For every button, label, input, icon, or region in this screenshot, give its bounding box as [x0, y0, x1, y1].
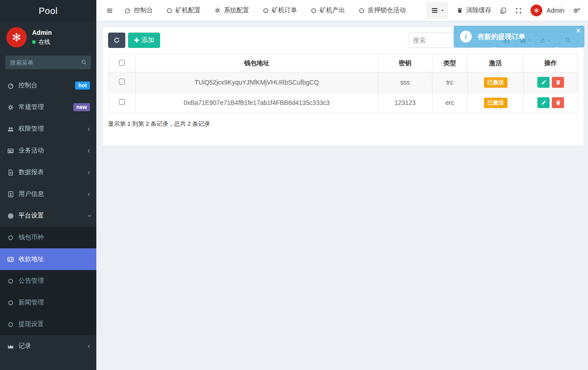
- table-header-row: 钱包地址 密钥 类型 激活 操作: [109, 54, 578, 72]
- refresh-button[interactable]: [108, 33, 125, 48]
- submenu-item-label: 提现设置: [19, 320, 44, 328]
- row-select-checkbox[interactable]: [119, 79, 125, 85]
- sidebar-item-records[interactable]: 记录 ‹: [0, 335, 96, 357]
- sidebar-search: [5, 56, 91, 69]
- nav-tab-label: 矿机产出: [320, 6, 345, 14]
- sidebar-item-label: 业务活动: [19, 147, 44, 155]
- circle-icon: [6, 235, 14, 241]
- toast-message: 有新的提现订单: [478, 33, 525, 41]
- newspaper-icon: [6, 147, 14, 154]
- sidebar-item-permissions[interactable]: 权限管理 ‹: [0, 118, 96, 140]
- col-header-active: 激活: [468, 54, 524, 72]
- pagination-summary: 显示第 1 到第 2 条记录，总共 2 条记录: [108, 120, 578, 128]
- pencil-icon: [541, 80, 546, 85]
- refresh-icon: [114, 37, 120, 43]
- user-menu[interactable]: ✻ Admin: [531, 5, 564, 16]
- add-button[interactable]: ✚ 添加: [128, 33, 160, 48]
- col-header-type: 类型: [432, 54, 468, 72]
- row-select-checkbox[interactable]: [119, 99, 125, 105]
- circle-icon: [263, 8, 269, 14]
- users-icon: [6, 126, 14, 133]
- wallet-table: 钱包地址 密钥 类型 激活 操作 TUiQ52jcx9KyquYJNfKMjVH…: [108, 54, 578, 128]
- circle-icon: [311, 8, 317, 14]
- clear-cache-button[interactable]: 清除缓存: [457, 6, 491, 14]
- nav-tab-miner-config[interactable]: 矿机配置: [160, 0, 208, 21]
- submenu-item-withdraw-settings[interactable]: 提现设置: [0, 313, 96, 335]
- online-label: 在线: [38, 38, 50, 46]
- sidebar: Pool ✻ Admin 在线 控制台 hot 常规管理 new: [0, 0, 96, 370]
- trash-icon: [555, 80, 561, 85]
- hot-badge: hot: [75, 81, 90, 90]
- fullscreen-icon[interactable]: [515, 7, 522, 14]
- content-area: ✚ 添加: [96, 21, 588, 370]
- nav-menu-dropdown[interactable]: [427, 2, 448, 19]
- user-panel: ✻ Admin 在线: [0, 22, 96, 52]
- chevron-left-icon: ‹: [88, 169, 90, 176]
- nav-tab-label: 矿机订单: [272, 6, 297, 14]
- submenu-item-announcements[interactable]: 公告管理: [0, 270, 96, 292]
- chevron-down-icon: ‹: [85, 214, 92, 217]
- nav-tab-label: 质押锁仓活动: [368, 6, 406, 14]
- delete-button[interactable]: [552, 77, 564, 88]
- sidebar-search-input[interactable]: [5, 56, 91, 69]
- clear-cache-label: 清除缓存: [466, 6, 491, 14]
- col-header-actions: 操作: [524, 54, 578, 72]
- circle-icon: [6, 322, 14, 327]
- sidebar-menu: 控制台 hot 常规管理 new 权限管理 ‹ 业务活动 ‹ 数据报表 ‹ 用户…: [0, 75, 96, 357]
- sidebar-item-label: 常规管理: [19, 103, 44, 111]
- platform-submenu: 钱包币种 收款地址 公告管理 新闻管理 提现设置: [0, 227, 96, 335]
- status-badge: 已激活: [484, 77, 507, 88]
- nav-tab-miner-orders[interactable]: 矿机订单: [256, 0, 304, 21]
- settings-gears-icon[interactable]: [573, 7, 581, 14]
- address-book-icon: [6, 191, 14, 198]
- sidebar-item-userinfo[interactable]: 用户信息 ‹: [0, 183, 96, 205]
- logs-icon[interactable]: [500, 7, 507, 14]
- new-badge: new: [73, 103, 90, 111]
- col-header-key: 密钥: [378, 54, 432, 72]
- submenu-item-wallet-currency[interactable]: 钱包币种: [0, 227, 96, 248]
- online-dot-icon: [32, 40, 36, 44]
- sidebar-item-platform[interactable]: 平台设置 ‹: [0, 205, 96, 227]
- key-cell: sss: [378, 72, 432, 93]
- edit-button[interactable]: [537, 97, 550, 108]
- add-button-label: 添加: [142, 36, 154, 44]
- dashboard-icon: [6, 82, 14, 89]
- nav-tab-miner-output[interactable]: 矿机产出: [304, 0, 352, 21]
- select-all-checkbox[interactable]: [119, 60, 125, 66]
- hamburger-icon[interactable]: [102, 7, 118, 14]
- submenu-item-receive-address[interactable]: 收款地址: [0, 248, 96, 270]
- sidebar-item-label: 权限管理: [19, 125, 44, 133]
- close-icon[interactable]: ×: [576, 27, 580, 35]
- search-icon[interactable]: [81, 59, 87, 65]
- sidebar-item-general[interactable]: 常规管理 new: [0, 96, 96, 118]
- sidebar-item-business[interactable]: 业务活动 ‹: [0, 140, 96, 161]
- sidebar-item-reports[interactable]: 数据报表 ‹: [0, 161, 96, 183]
- nav-tab-staking-activity[interactable]: 质押锁仓活动: [352, 0, 413, 21]
- caret-down-icon: [441, 9, 444, 12]
- wallet-address-cell: TUiQ52jcx9KyquYJNfKMjVHURbSCufbgCQ: [136, 72, 378, 93]
- chevron-left-icon: ‹: [88, 147, 90, 154]
- chevron-left-icon: ‹: [88, 342, 90, 350]
- app-logo[interactable]: Pool: [0, 0, 96, 22]
- circle-icon: [166, 8, 172, 14]
- delete-button[interactable]: [552, 97, 564, 108]
- chevron-left-icon: ‹: [88, 190, 90, 198]
- info-icon: i: [460, 31, 472, 43]
- status-badge: 已激活: [484, 98, 507, 108]
- pencil-icon: [541, 100, 546, 105]
- nav-tab-system-config[interactable]: 系统配置: [208, 0, 256, 21]
- dashboard-icon: [124, 7, 131, 14]
- avatar: ✻: [6, 27, 27, 47]
- sidebar-item-label: 用户信息: [19, 190, 44, 198]
- sidebar-item-label: 数据报表: [19, 168, 44, 176]
- bullseye-icon: [6, 213, 14, 219]
- edit-button[interactable]: [537, 77, 550, 88]
- submenu-item-news[interactable]: 新闻管理: [0, 292, 96, 313]
- sidebar-item-console[interactable]: 控制台 hot: [0, 75, 96, 96]
- nav-tab-label: 矿机配置: [175, 6, 201, 14]
- table-row: 0xBa71E907e71B4fB1fe17ab1f4FBB6d4135c333…: [109, 93, 578, 113]
- chevron-left-icon: ‹: [88, 125, 90, 133]
- nav-tab-console[interactable]: 控制台: [118, 0, 160, 21]
- type-cell: erc: [432, 93, 468, 113]
- top-navbar: 控制台 矿机配置 系统配置 矿机订单 矿机产出 质押锁仓活动: [96, 0, 588, 21]
